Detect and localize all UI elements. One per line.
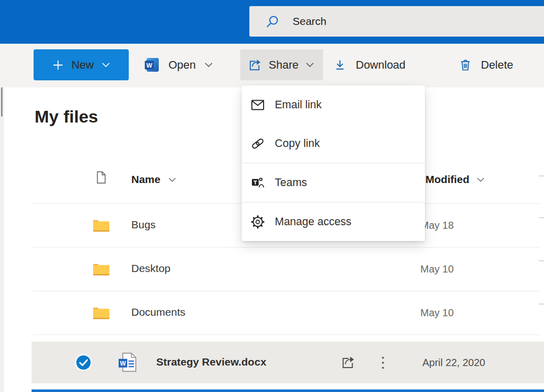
table-row-selected[interactable]: W Strategy Review.docx April 22, 2020 <box>32 342 544 383</box>
modified-date: May 10 <box>420 263 454 275</box>
selected-checkbox[interactable] <box>75 354 92 371</box>
open-button-label: Open <box>168 58 196 72</box>
menu-item-copy-link[interactable]: Copy link <box>242 124 425 163</box>
chevron-down-icon <box>168 177 176 182</box>
row-share-icon[interactable] <box>340 355 355 370</box>
scrollbar-thumb[interactable] <box>1 87 3 116</box>
onedrive-window: New W Open <box>0 0 544 392</box>
new-button[interactable]: New <box>34 49 129 80</box>
name-column-header[interactable]: Name <box>131 173 176 186</box>
menu-item-label: Email link <box>275 99 322 111</box>
file-name: Bugs <box>131 219 156 231</box>
word-app-icon: W <box>144 57 160 73</box>
more-options-icon[interactable] <box>381 356 385 370</box>
word-document-icon: W <box>117 352 138 373</box>
file-name: Desktop <box>131 262 170 275</box>
share-dropdown-menu: Email link Copy link <box>242 85 425 241</box>
svg-text:W: W <box>120 360 126 367</box>
file-name: Documents <box>131 306 185 318</box>
manage-access-icon <box>250 215 265 229</box>
menu-item-teams[interactable]: Teams <box>242 163 425 202</box>
download-icon <box>334 58 346 72</box>
file-name: Strategy Review.docx <box>156 356 266 368</box>
menu-item-label: Copy link <box>275 137 320 150</box>
download-button-label: Download <box>356 58 406 72</box>
bottom-accent-bar <box>32 389 544 392</box>
open-button[interactable]: W Open <box>144 49 213 80</box>
command-toolbar: New W Open <box>0 44 544 87</box>
table-row-desktop[interactable]: Desktop May 10 <box>4 247 544 291</box>
delete-button[interactable]: Delete <box>459 49 513 80</box>
download-button[interactable]: Download <box>334 49 406 80</box>
delete-button-label: Delete <box>481 58 513 72</box>
left-scrollbar-track <box>0 87 4 392</box>
new-button-label: New <box>71 58 94 72</box>
modified-date: April 22, 2020 <box>422 357 485 369</box>
email-icon <box>250 98 265 112</box>
page-title: My files <box>35 107 98 127</box>
chevron-down-icon <box>477 177 484 182</box>
share-icon <box>247 58 262 72</box>
plus-icon <box>52 59 64 71</box>
chevron-down-icon <box>306 63 314 67</box>
search-icon <box>266 15 279 28</box>
search-box[interactable] <box>249 6 544 37</box>
menu-item-email-link[interactable]: Email link <box>242 85 425 124</box>
chevron-down-icon <box>205 63 213 67</box>
trash-icon <box>459 57 472 72</box>
folder-icon <box>93 219 110 232</box>
modified-date: May 18 <box>420 220 454 231</box>
menu-item-label: Teams <box>275 176 307 189</box>
menu-item-label: Manage access <box>275 216 352 228</box>
table-row-documents[interactable]: Documents May 10 <box>4 291 544 335</box>
folder-icon <box>93 262 110 276</box>
modified-column-header[interactable]: Modified <box>425 173 484 186</box>
copy-link-icon <box>250 136 265 151</box>
modified-date: May 10 <box>420 307 454 319</box>
folder-icon <box>93 306 110 320</box>
row-divider <box>33 335 540 335</box>
menu-item-manage-access[interactable]: Manage access <box>242 202 425 241</box>
svg-text:W: W <box>146 62 152 69</box>
file-type-column-icon[interactable] <box>94 170 108 185</box>
share-button[interactable]: Share <box>240 49 323 80</box>
app-header-bar <box>0 0 544 44</box>
teams-icon <box>250 175 265 190</box>
row-divider-sliver <box>539 175 544 176</box>
chevron-down-icon <box>102 63 110 67</box>
share-button-label: Share <box>269 58 299 72</box>
search-input[interactable] <box>293 15 486 27</box>
